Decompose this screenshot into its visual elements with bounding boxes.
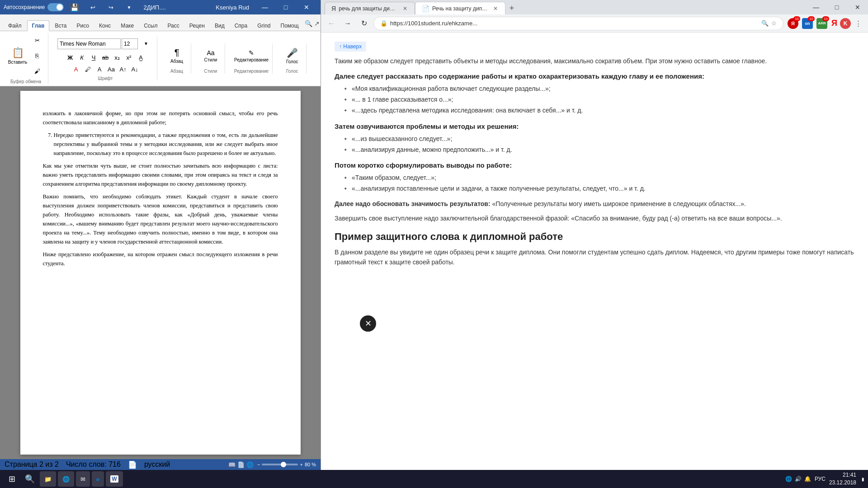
paragraph-button[interactable]: ¶ Абзац: [166, 43, 187, 68]
ribbon-tab-assist[interactable]: Помощ: [276, 21, 303, 31]
significance-text: «Полученные результаты могу иметь широко…: [492, 200, 746, 207]
paste-button[interactable]: 📋 Вставить: [7, 43, 28, 68]
ribbon-tab-grind[interactable]: Grind: [253, 21, 275, 31]
word-document-area[interactable]: изложить в лаконичной форме, но при этом…: [0, 86, 321, 459]
browser-content-area[interactable]: ↑ Наверх Таким же образом следует предст…: [321, 33, 868, 470]
scissors-icon: ✂: [35, 37, 40, 44]
styles-button[interactable]: Aa Стили: [200, 43, 221, 68]
ribbon-tab-help[interactable]: Спра: [230, 21, 252, 31]
autosave-switch[interactable]: [47, 3, 64, 11]
taskbar-explorer-app[interactable]: 📁: [40, 471, 56, 487]
font-name-input[interactable]: [57, 38, 121, 49]
font-color-2[interactable]: A: [94, 64, 105, 75]
ribbon-tab-review[interactable]: Рецен: [185, 21, 209, 31]
taskbar-chrome-app[interactable]: 🌐: [58, 471, 74, 487]
ribbon-tab-home[interactable]: Глав: [27, 20, 50, 31]
copy-button[interactable]: ⎘: [30, 48, 44, 63]
taskbar-search-button[interactable]: 🔍: [22, 471, 38, 487]
italic-button[interactable]: К: [76, 52, 87, 63]
redo-button[interactable]: ↪: [104, 0, 118, 14]
ribbon-tab-view[interactable]: Вид: [210, 21, 229, 31]
reload-button[interactable]: ↻: [357, 17, 371, 30]
paragraph-icon: ¶: [175, 47, 179, 58]
new-tab-button[interactable]: +: [505, 2, 518, 14]
zoom-slider[interactable]: [262, 464, 298, 465]
word-close-button[interactable]: ✕: [296, 0, 317, 14]
ribbon-tab-layout[interactable]: Маке: [116, 21, 138, 31]
case-button[interactable]: Aa: [106, 64, 117, 75]
font-color-button[interactable]: A: [71, 64, 81, 75]
subscript-button[interactable]: x₂: [112, 52, 123, 63]
tab2-close-button[interactable]: ✕: [492, 5, 499, 12]
strikethrough-button[interactable]: ab: [100, 52, 111, 63]
system-clock[interactable]: 21:41 23.12.2018: [829, 471, 856, 487]
notification-close-button[interactable]: ✕: [360, 315, 376, 332]
ribbon-search-button[interactable]: 🔍: [304, 16, 313, 31]
zoom-out-button[interactable]: −: [257, 462, 260, 467]
superscript-button[interactable]: x²: [123, 52, 134, 63]
address-bar[interactable]: 🔒 https://1001student.ru/ehkzame... 🔍 ☆: [373, 17, 783, 30]
web-layout-button[interactable]: 🌐: [246, 461, 254, 468]
dictation-button[interactable]: 🎤 Голос: [282, 43, 302, 68]
font-color-clear[interactable]: A̲: [135, 52, 146, 63]
editing-button[interactable]: ✎ Редактирование: [241, 43, 262, 68]
autosave-toggle[interactable]: Автосохранение: [4, 3, 64, 11]
ribbon-share-button[interactable]: ↗: [314, 16, 320, 31]
more-tools[interactable]: ▼: [122, 0, 136, 14]
addon-on-icon[interactable]: on 10: [802, 18, 813, 29]
format-painter-button[interactable]: 🖌: [30, 64, 44, 78]
language-indicator[interactable]: РУС: [815, 476, 826, 482]
browser-tab-2[interactable]: 📄 Речь на защиту диплома ✕: [415, 2, 505, 14]
word-para-4: Ниже представлено изображение, на которо…: [43, 250, 278, 268]
print-layout-button[interactable]: 📄: [237, 461, 245, 468]
show-desktop-button[interactable]: ▮: [860, 477, 864, 482]
font-size-decrease[interactable]: A↓: [129, 64, 140, 75]
bookmark-button[interactable]: ☆: [771, 20, 777, 27]
tab1-close-button[interactable]: ✕: [402, 5, 408, 12]
ribbon-tab-design[interactable]: Конс: [94, 21, 115, 31]
start-button[interactable]: ⊞: [4, 471, 20, 487]
scroll-top-button[interactable]: ↑ Наверх: [335, 42, 366, 52]
list1-item-1: «Моя квалификационная работа включает сл…: [344, 84, 854, 94]
ribbon-tab-file[interactable]: Файл: [4, 21, 26, 31]
taskbar-mail-app[interactable]: ✉: [76, 471, 90, 487]
ribbon-tab-draw[interactable]: Рисо: [72, 21, 94, 31]
back-button[interactable]: ←: [325, 17, 338, 30]
undo-button[interactable]: ↩: [85, 0, 100, 14]
taskbar-word-app[interactable]: W: [106, 471, 123, 487]
browser-menu-button[interactable]: ⋮: [852, 17, 864, 30]
addon-arr-icon[interactable]: ARR 10: [816, 18, 827, 29]
clipboard-group: 📋 Вставить ✂ ⎘ 🖌 Буфер обмена: [4, 33, 48, 84]
highlight-button[interactable]: 🖊: [82, 64, 93, 75]
word-para-intro: изложить в лаконичной форме, но при этом…: [43, 109, 278, 127]
ribbon-tab-mailings[interactable]: Расс: [163, 21, 184, 31]
font-size-input[interactable]: [122, 38, 138, 49]
styles-group: Aa Стили Стили: [197, 43, 225, 74]
browser-close-button[interactable]: ✕: [847, 0, 868, 14]
font-size-down[interactable]: ▼: [139, 37, 153, 51]
user-avatar[interactable]: K: [840, 18, 851, 29]
word-minimize-button[interactable]: —: [255, 0, 275, 14]
search-icon: 🔍: [761, 20, 769, 27]
user-name: Kseniya Rud: [216, 4, 249, 11]
underline-button[interactable]: Ч: [88, 52, 99, 63]
bold-button[interactable]: Ж: [65, 52, 75, 63]
cut-button[interactable]: ✂: [30, 33, 44, 47]
ribbon-tab-insert[interactable]: Вста: [50, 21, 71, 31]
yandex-protect-icon[interactable]: Я 10: [788, 18, 798, 29]
browser-minimize-button[interactable]: —: [806, 0, 826, 14]
word-maximize-button[interactable]: □: [275, 0, 296, 14]
browser-tab-1[interactable]: Я речь для защиты диплом... ✕: [325, 2, 415, 14]
save-button[interactable]: 💾: [67, 0, 82, 14]
browser-significance-para: Далее надо обосновать значимость результ…: [335, 199, 854, 209]
taskbar-edge-app[interactable]: e: [92, 471, 104, 487]
zoom-in-button[interactable]: +: [300, 462, 302, 467]
font-size-increase[interactable]: A↑: [118, 64, 128, 75]
browser-maximize-button[interactable]: □: [826, 0, 847, 14]
ribbon-tab-references[interactable]: Ссыл: [139, 21, 162, 31]
format-buttons: Ж К Ч ab x₂ x² A̲: [65, 52, 146, 63]
forward-button[interactable]: →: [341, 17, 354, 30]
browser-example-heading: Пример защитного слова к дипломной работ…: [335, 231, 854, 243]
read-mode-button[interactable]: 📖: [228, 461, 236, 468]
tab2-text: Речь на защиту диплома: [432, 5, 488, 12]
